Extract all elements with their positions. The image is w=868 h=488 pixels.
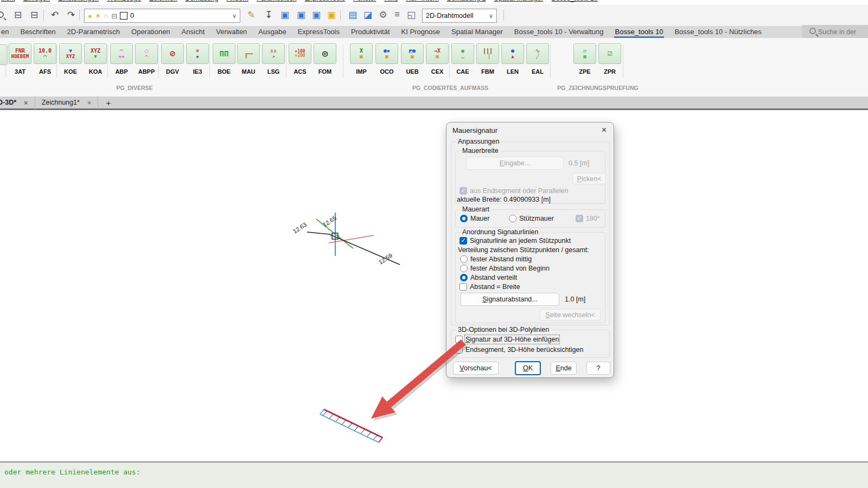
menu-item[interactable]: Ändern bbox=[227, 0, 248, 2]
menu-item[interactable]: HuP-Intern bbox=[406, 0, 438, 2]
ribbon-tab-verwalten[interactable]: Verwalten bbox=[215, 26, 248, 38]
signaturlinie-label[interactable]: Signaturlinie an jedem Stützpunkt bbox=[470, 237, 571, 245]
ribbon-tab-ausgabe[interactable]: Ausgabe bbox=[257, 26, 287, 38]
layer-color-swatch[interactable] bbox=[120, 12, 127, 20]
ribbon-button-fbm[interactable]: |||▕FBM bbox=[475, 43, 500, 75]
select-similar-icon[interactable]: ▣ bbox=[278, 8, 292, 22]
drawing-canvas[interactable]: 12.63 12.65 12.59 bbox=[0, 112, 868, 461]
ribbon-tab-operationen[interactable]: Operationen bbox=[130, 26, 171, 38]
hoehe-einfuegen-label[interactable]: Signatur auf 3D-Höhe einfügen bbox=[465, 336, 559, 343]
chevron-down-icon[interactable]: ∨ bbox=[232, 12, 237, 20]
eingabe-button[interactable]: Eingabe... bbox=[466, 157, 564, 170]
abstand-mittig-radio[interactable] bbox=[460, 255, 468, 263]
close-icon[interactable]: × bbox=[87, 99, 92, 107]
ribbon-button-lsg[interactable]: ∧∧↗LSG bbox=[261, 43, 286, 75]
ribbon-button-ueb[interactable]: ◩●▦UEB bbox=[400, 43, 425, 75]
ribbon-button-dgv[interactable]: ⊘DGV bbox=[160, 43, 185, 75]
layer-unlock-icon[interactable]: ∩ bbox=[104, 12, 109, 20]
menu-item[interactable]: Einstellungen bbox=[58, 0, 99, 2]
close-icon[interactable]: × bbox=[24, 99, 28, 107]
new-tab-plus-icon[interactable]: + bbox=[98, 98, 118, 107]
layer-freeze-sun-icon[interactable]: ☀ bbox=[95, 12, 101, 20]
menu-item[interactable]: Parametrisch bbox=[257, 0, 297, 2]
ribbon-button-cae[interactable]: ◉◡CAE bbox=[450, 43, 475, 75]
ribbon-button-zpe[interactable]: ☑▦ZPE bbox=[572, 43, 597, 75]
stuetzmauer-radio[interactable] bbox=[509, 215, 516, 222]
plot-icon[interactable]: ⊟ bbox=[11, 8, 25, 22]
abstand-beginn-radio[interactable] bbox=[460, 265, 468, 272]
ribbon-tab-ki-prognose[interactable]: KI Prognose bbox=[400, 26, 442, 38]
menu-item[interactable]: sicht bbox=[1, 0, 15, 2]
eyedropper-icon[interactable]: ↧ bbox=[261, 8, 276, 22]
isolate-objects-icon[interactable]: ▣ bbox=[294, 8, 308, 22]
endsegment-3d-checkbox[interactable] bbox=[455, 346, 463, 354]
match-properties-brush-icon[interactable]: ✎ bbox=[244, 8, 258, 22]
layer-on-bulb-icon[interactable]: ● bbox=[88, 12, 92, 20]
menu-item[interactable]: Bemaßung 2 bbox=[447, 0, 486, 2]
ribbon-button-koa[interactable]: XYZ▼KOA bbox=[83, 43, 108, 75]
panel-list-icon[interactable]: ▤ bbox=[346, 8, 360, 22]
hilfe-button[interactable]: ? bbox=[586, 362, 610, 375]
ribbon-button-ie3[interactable]: ×▪IE3 bbox=[185, 43, 210, 75]
mauer-radio[interactable] bbox=[460, 215, 468, 222]
abstand-mittig-label[interactable]: fester Abstand mittig bbox=[470, 255, 532, 263]
ende-button[interactable]: Ende bbox=[551, 362, 577, 375]
abstand-breite-checkbox[interactable] bbox=[459, 283, 467, 291]
deg180-checkbox[interactable] bbox=[576, 215, 583, 222]
zoom-preview-icon[interactable] bbox=[0, 8, 8, 22]
ribbon-button-mau[interactable]: ┏╍MAU bbox=[236, 43, 261, 75]
menu-item[interactable]: ExpressTools bbox=[305, 0, 345, 2]
menu-item[interactable]: Bosse_tools 10 bbox=[551, 0, 597, 2]
abstand-breite-label[interactable]: Abstand = Breite bbox=[470, 283, 520, 291]
ribbon-button-len[interactable]: ●▲LEN bbox=[500, 43, 525, 75]
menu-item[interactable]: Fenster bbox=[353, 0, 376, 2]
signaturlinie-checkbox[interactable] bbox=[459, 237, 467, 245]
annotation-scale-icon[interactable]: ◱ bbox=[404, 8, 418, 22]
ribbon-button-fom[interactable]: ◎FOM bbox=[312, 43, 337, 75]
abstand-verteilt-label[interactable]: Abstand verteilt bbox=[470, 274, 517, 281]
layer-combo[interactable]: ● ☀ ∩ ⊟ 0 ∨ bbox=[84, 9, 240, 23]
export-print-icon[interactable]: ⊟ bbox=[27, 8, 41, 22]
ribbon-button-cex[interactable]: →X▦CEX bbox=[425, 43, 450, 75]
vorschau-button[interactable]: Vorschau< bbox=[453, 362, 499, 375]
ribbon-tab-expresstools[interactable]: ExpressTools bbox=[297, 26, 341, 38]
menu-item[interactable]: Werkzeuge bbox=[107, 0, 141, 2]
abstand-beginn-label[interactable]: fester Abstand von Beginn bbox=[470, 265, 550, 272]
ribbon-button-eal[interactable]: ∿╱EAL bbox=[525, 43, 550, 75]
wall-signature-element[interactable] bbox=[320, 409, 382, 442]
visual-style-combo[interactable]: 2D-Drahtmodell ∨ bbox=[422, 9, 497, 23]
endsegment-3d-label[interactable]: Endsegment, 3D-Höhe berücksichtigen bbox=[465, 346, 583, 354]
ribbon-tab-beschriften[interactable]: Beschriften bbox=[19, 26, 56, 38]
menu-item[interactable]: Einfügen bbox=[23, 0, 50, 2]
endsegment-checkbox[interactable] bbox=[459, 187, 467, 195]
ribbon-button-abp[interactable]: ◠++ABP bbox=[109, 43, 134, 75]
ribbon-button-oco[interactable]: ●▪▦OCO bbox=[374, 43, 399, 75]
undo-icon[interactable]: ↶ bbox=[48, 8, 62, 22]
menu-item[interactable]: Spatial Manager bbox=[494, 0, 543, 2]
chevron-down-icon[interactable]: ∨ bbox=[489, 12, 493, 20]
ribbon-tab-bosse-verwaltung[interactable]: Bosse_tools 10 - Verwaltung bbox=[513, 26, 605, 38]
picken-button[interactable]: Picken< bbox=[572, 173, 606, 184]
ribbon-button-koe[interactable]: ▼XYZKOE bbox=[58, 43, 83, 75]
ok-button[interactable]: OK bbox=[515, 361, 541, 375]
ribbon-button-imp[interactable]: X▦IMP bbox=[349, 43, 374, 75]
signaturabstand-button[interactable]: Signaturabstand... bbox=[461, 293, 559, 306]
settings-gear-icon[interactable]: ⚙ bbox=[376, 8, 390, 22]
ribbon-button-3at[interactable]: FNRHOEBEM3AT bbox=[8, 43, 33, 75]
command-line[interactable]: oder mehrere Linienelemente aus: bbox=[0, 461, 868, 488]
ribbon-tab-spatial-manager[interactable]: Spatial Manager bbox=[450, 26, 504, 38]
ribbon-button-acs[interactable]: +100+200ACS bbox=[288, 43, 312, 75]
ribbon-tab-2d-parametrisch[interactable]: 2D-Parametrisch bbox=[66, 26, 122, 38]
ribbon-button-afs[interactable]: 10.0◠AFS bbox=[33, 43, 58, 75]
ribbon-button-abpp[interactable]: ◯◠ABPP bbox=[134, 43, 159, 75]
show-objects-bulb-icon[interactable]: ▣ bbox=[324, 8, 339, 22]
menu-item[interactable]: Hilfe bbox=[384, 0, 398, 2]
ribbon-button-partial[interactable] bbox=[0, 44, 8, 65]
mauer-label[interactable]: Mauer bbox=[470, 215, 489, 222]
layer-plot-icon[interactable]: ⊟ bbox=[111, 12, 117, 20]
hide-objects-icon[interactable]: ▣ bbox=[309, 8, 323, 22]
ribbon-tab-bosse-tools-10[interactable]: Bosse_tools 10 bbox=[614, 26, 665, 38]
close-icon[interactable]: × bbox=[602, 125, 607, 135]
hoehe-einfuegen-checkbox[interactable] bbox=[455, 336, 463, 343]
redo-icon[interactable]: ↷ bbox=[64, 8, 78, 22]
